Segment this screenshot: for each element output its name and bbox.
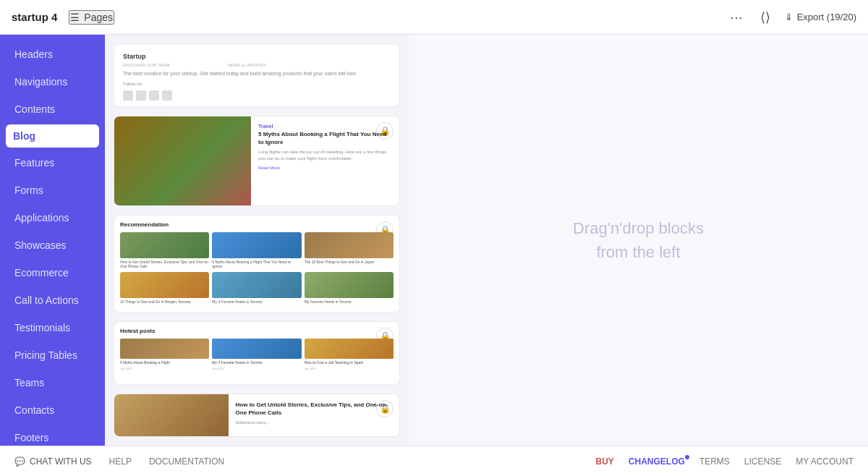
sidebar-item-teams[interactable]: Teams [3, 370, 102, 396]
sidebar: Headers Navigations Contents Blog Featur… [0, 35, 105, 446]
sidebar-item-call-to-actions[interactable]: Call to Actions [3, 287, 102, 313]
block-preview-recommendation: Recommendation How to Get Untold Stories… [114, 216, 399, 313]
sidebar-item-applications[interactable]: Applications [3, 205, 102, 231]
sidebar-item-contents[interactable]: Contents [3, 96, 102, 122]
chat-icon: 💬 [14, 456, 25, 467]
sidebar-item-navigations[interactable]: Navigations [3, 69, 102, 95]
download-icon: ⇓ [785, 12, 793, 22]
sidebar-item-showcases[interactable]: Showcases [3, 232, 102, 258]
help-link[interactable]: HELP [109, 456, 132, 467]
changelog-link[interactable]: CHANGELOG [629, 456, 685, 467]
block-card-article[interactable]: 🔒 How to Get Untold Stories, Exclusive T… [114, 394, 400, 437]
top-bar: startup 4 ☰ Pages ⋯ ⟨⟩ ⇓ Export (19/20) [0, 0, 868, 35]
sidebar-item-footers[interactable]: Footers [3, 425, 102, 446]
export-label: Export (19/20) [797, 12, 856, 22]
block-preview-article: How to Get Untold Stories, Exclusive Tip… [114, 394, 399, 437]
block-preview-hotposts: Hotest posts 5 Myths About Booking a Fli… [114, 322, 399, 385]
block-card-hotposts[interactable]: 🔒 Hotest posts 5 Myths About Booking a F… [114, 321, 400, 385]
drop-zone[interactable]: Drag'n'drop blocks from the left [409, 35, 868, 446]
block-preview-travel: Travel 5 Myths About Booking a Flight Th… [114, 116, 399, 205]
hamburger-icon: ☰ [70, 12, 80, 23]
top-bar-right: ⋯ ⟨⟩ ⇓ Export (19/20) [727, 7, 856, 28]
documentation-link[interactable]: DOCUMENTATION [149, 456, 224, 467]
sidebar-item-features[interactable]: Features [3, 150, 102, 176]
block-preview-startup: Startup DISCOVER OUR TEAMNEWS & UPDATES … [114, 44, 399, 107]
sidebar-item-contacts[interactable]: Contacts [3, 397, 102, 423]
sidebar-item-headers[interactable]: Headers [3, 41, 102, 67]
blocks-panel: 🔒 Startup DISCOVER OUR TEAMNEWS & UPDATE… [105, 35, 409, 446]
sidebar-item-forms[interactable]: Forms [3, 177, 102, 203]
sidebar-item-blog[interactable]: Blog [6, 124, 99, 148]
bottom-bar: 💬 CHAT WITH US HELP DOCUMENTATION BUY CH… [0, 446, 868, 476]
app-logo: startup 4 [12, 11, 57, 23]
block-card-recommendation[interactable]: 🔒 Recommendation How to Get Untold Stori… [114, 215, 400, 313]
block-card-travel[interactable]: 🔒 Travel 5 Myths About Booking a Flight … [114, 116, 400, 205]
export-button[interactable]: ⇓ Export (19/20) [785, 12, 856, 22]
block-card-startup[interactable]: 🔒 Startup DISCOVER OUR TEAMNEWS & UPDATE… [114, 43, 400, 107]
sidebar-item-pricing-tables[interactable]: Pricing Tables [3, 342, 102, 368]
chat-label: CHAT WITH US [30, 456, 92, 467]
code-toggle-button[interactable]: ⟨⟩ [757, 7, 773, 28]
account-link[interactable]: MY ACCOUNT [796, 456, 854, 467]
drop-line2: from the left [573, 240, 704, 264]
top-bar-left: startup 4 ☰ Pages [12, 10, 114, 25]
drop-line1: Drag'n'drop blocks [573, 216, 704, 240]
license-link[interactable]: LICENSE [744, 456, 781, 467]
main-layout: Headers Navigations Contents Blog Featur… [0, 35, 868, 446]
terms-link[interactable]: TERMS [699, 456, 730, 467]
bottom-right: BUY CHANGELOG TERMS LICENSE MY ACCOUNT [596, 456, 854, 467]
chat-button[interactable]: 💬 CHAT WITH US [14, 456, 92, 467]
sidebar-item-testimonials[interactable]: Testimonials [3, 315, 102, 341]
sidebar-item-ecommerce[interactable]: Ecommerce [3, 260, 102, 286]
more-options-button[interactable]: ⋯ [727, 7, 746, 28]
bottom-left: 💬 CHAT WITH US HELP DOCUMENTATION [14, 456, 224, 467]
pages-label: Pages [84, 12, 113, 23]
drop-zone-text: Drag'n'drop blocks from the left [573, 216, 704, 264]
changelog-label: CHANGELOG [629, 456, 685, 467]
changelog-dot [685, 455, 689, 459]
pages-button[interactable]: ☰ Pages [69, 10, 114, 25]
buy-link[interactable]: BUY [596, 456, 614, 467]
